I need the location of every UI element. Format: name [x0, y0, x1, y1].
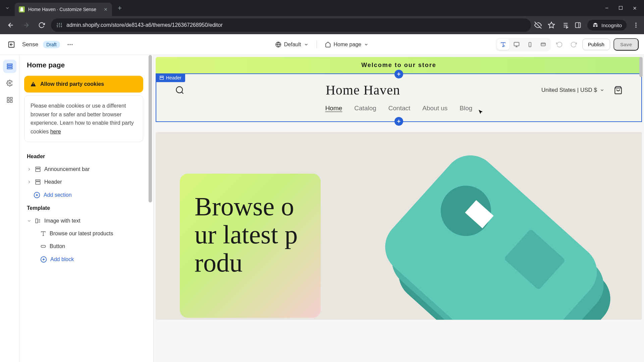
tree-browse-block[interactable]: Browse our latest products: [24, 227, 143, 240]
text-icon: [40, 231, 46, 237]
view-fullscreen-button[interactable]: [537, 39, 549, 50]
nav-about[interactable]: About us: [422, 105, 447, 112]
theme-name: Sense: [22, 41, 38, 48]
add-block-button[interactable]: Add block: [24, 253, 143, 266]
tree-header[interactable]: Header: [24, 176, 143, 188]
nav-reload-button[interactable]: [36, 19, 48, 31]
add-section-label: Add section: [44, 192, 72, 198]
svg-point-34: [71, 44, 72, 45]
shopify-favicon: [19, 6, 25, 12]
svg-rect-41: [529, 42, 531, 47]
undo-button[interactable]: [554, 39, 565, 50]
window-maximize-icon[interactable]: [619, 6, 623, 11]
eye-off-icon[interactable]: [534, 21, 542, 29]
nav-blog[interactable]: Blog: [460, 105, 472, 112]
cookie-here-link[interactable]: here: [50, 129, 61, 134]
tab-search-dropdown[interactable]: [3, 3, 12, 13]
plus-circle-icon: [40, 256, 47, 263]
rail-settings-button[interactable]: [3, 76, 16, 90]
image-text-icon: [35, 218, 41, 224]
section-icon: [35, 166, 41, 172]
cookie-alert[interactable]: Allow third party cookies: [24, 76, 143, 93]
chevron-right-icon[interactable]: [27, 167, 32, 172]
svg-rect-5: [619, 6, 623, 9]
viewport-toggle: [496, 38, 551, 51]
cookie-body-text: Please enable cookies or use a different…: [31, 103, 134, 134]
playlist-icon[interactable]: [561, 21, 569, 29]
svg-line-77: [181, 92, 183, 94]
sidebar-scrollbar[interactable]: [149, 55, 153, 362]
tree-button-block[interactable]: Button: [24, 240, 143, 253]
side-panel-icon[interactable]: [575, 22, 581, 28]
rail-sections-button[interactable]: [3, 60, 16, 73]
divider: [316, 41, 317, 49]
new-tab-button[interactable]: [117, 5, 123, 11]
nav-home[interactable]: Home: [325, 105, 342, 112]
alert-icon: [30, 80, 37, 88]
svg-marker-20: [548, 22, 554, 28]
header-section[interactable]: Header Home Haven United States | USD $: [156, 73, 642, 122]
nav-forward-button[interactable]: [20, 19, 32, 31]
section-icon: [159, 75, 164, 80]
incognito-badge[interactable]: Incognito: [587, 20, 627, 31]
publish-button[interactable]: Publish: [582, 39, 610, 50]
svg-rect-50: [10, 98, 12, 100]
page-selector[interactable]: Home page: [325, 42, 369, 48]
template-selector-label: Default: [284, 42, 301, 48]
nav-catalog[interactable]: Catalog: [354, 105, 376, 112]
browser-tab[interactable]: Home Haven · Customize Sense: [15, 3, 112, 16]
tree-label: Image with text: [44, 218, 80, 224]
svg-rect-66: [41, 245, 46, 247]
chevron-down-icon[interactable]: [27, 219, 32, 223]
svg-rect-60: [36, 219, 38, 223]
incognito-icon: [592, 22, 599, 28]
locale-selector[interactable]: United States | USD $: [541, 87, 604, 94]
cookie-info-box: Please enable cookies or use a different…: [24, 95, 143, 142]
redo-button[interactable]: [568, 39, 579, 50]
svg-rect-56: [36, 182, 40, 185]
view-inspector-button[interactable]: [497, 39, 509, 50]
svg-rect-47: [7, 68, 12, 69]
add-section-button[interactable]: Add section: [24, 188, 143, 202]
chevron-right-icon[interactable]: [27, 180, 32, 184]
search-icon[interactable]: [175, 85, 184, 95]
svg-point-48: [9, 82, 10, 84]
image-with-text-section[interactable]: Browse our latest produ: [156, 132, 642, 320]
add-section-before-button[interactable]: [394, 70, 403, 78]
tab-close-icon[interactable]: [103, 7, 108, 12]
window-close-icon[interactable]: [632, 6, 637, 11]
bookmark-star-icon[interactable]: [548, 21, 555, 29]
browser-menu-icon[interactable]: [633, 22, 639, 28]
tab-title: Home Haven · Customize Sense: [28, 7, 100, 12]
svg-rect-71: [160, 77, 164, 79]
view-desktop-button[interactable]: [511, 39, 523, 50]
nav-back-button[interactable]: [5, 19, 17, 31]
button-icon: [40, 243, 46, 249]
svg-marker-24: [567, 26, 568, 28]
template-selector[interactable]: Default: [275, 42, 309, 48]
tree-announcement-bar[interactable]: Announcement bar: [24, 163, 143, 176]
view-mobile-button[interactable]: [524, 39, 536, 50]
svg-rect-51: [10, 101, 12, 103]
add-section-after-button[interactable]: [394, 117, 403, 126]
rail-apps-button[interactable]: [3, 93, 16, 107]
nav-contact[interactable]: Contact: [388, 105, 410, 112]
window-minimize-icon[interactable]: [604, 6, 609, 11]
svg-point-29: [635, 26, 636, 27]
svg-rect-45: [7, 64, 12, 65]
page-title: Home page: [24, 61, 143, 69]
site-settings-icon[interactable]: [56, 22, 62, 28]
section-icon: [35, 179, 41, 185]
address-bar[interactable]: admin.shopify.com/store/de8143-a6/themes…: [51, 18, 531, 32]
more-actions-button[interactable]: [65, 39, 75, 50]
cart-icon[interactable]: [614, 86, 623, 95]
template-section-label: Template: [24, 202, 143, 215]
store-title[interactable]: Home Haven: [326, 82, 400, 98]
svg-point-28: [635, 24, 636, 25]
url-text: admin.shopify.com/store/de8143-a6/themes…: [66, 22, 223, 28]
preview-scrollbar[interactable]: [639, 57, 643, 360]
svg-rect-38: [514, 42, 519, 46]
tree-image-with-text[interactable]: Image with text: [24, 215, 143, 227]
locale-label: United States | USD $: [541, 87, 597, 94]
exit-editor-button[interactable]: [5, 39, 17, 51]
